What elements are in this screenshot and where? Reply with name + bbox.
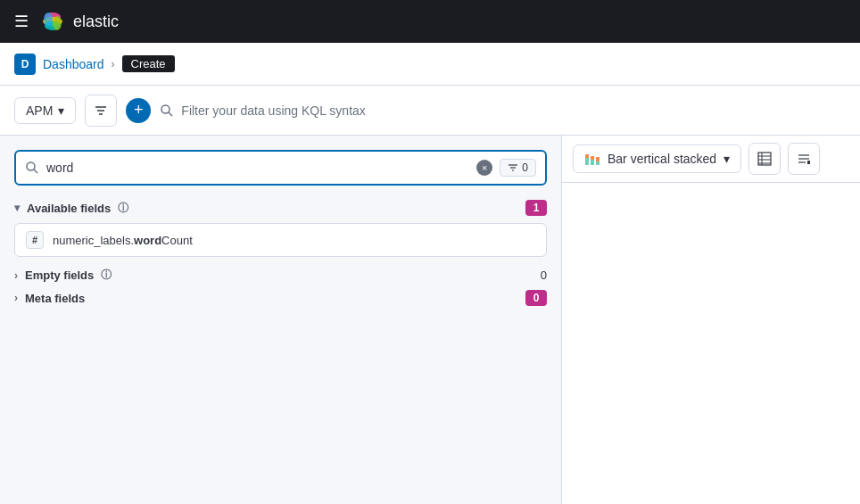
field-search-icon — [25, 161, 39, 175]
meta-fields-chevron: › — [14, 292, 18, 304]
empty-fields-chevron: › — [14, 269, 18, 282]
available-fields-chevron: ▾ — [14, 202, 20, 214]
chart-type-label: Bar vertical stacked — [608, 152, 716, 166]
chart-type-chevron: ▾ — [724, 152, 730, 166]
filter-count-value: 0 — [522, 161, 528, 174]
apm-label: APM — [26, 103, 53, 118]
top-nav: ☰ elastic — [0, 0, 860, 43]
filter-bar: APM ▾ + Filter your data using KQL synta… — [0, 86, 860, 136]
svg-point-4 — [44, 12, 53, 27]
svg-rect-18 — [591, 160, 594, 165]
available-fields-info-icon: ⓘ — [118, 201, 128, 216]
apm-button[interactable]: APM ▾ — [14, 97, 76, 124]
available-fields-header[interactable]: ▾ Available fields ⓘ 1 — [14, 200, 547, 216]
breadcrumb-create: Create — [122, 55, 175, 72]
svg-rect-19 — [591, 156, 594, 160]
chart-toolbar: Bar vertical stacked ▾ — [562, 136, 860, 183]
chart-list-icon — [797, 152, 811, 166]
meta-fields-label: Meta fields — [25, 292, 85, 305]
svg-point-9 — [161, 105, 170, 113]
breadcrumb-dashboard[interactable]: Dashboard — [43, 57, 104, 71]
field-type-badge: # — [26, 231, 44, 249]
hamburger-icon[interactable]: ☰ — [14, 12, 29, 31]
svg-point-11 — [27, 162, 35, 170]
svg-rect-21 — [596, 157, 600, 161]
chart-table-button[interactable] — [748, 143, 781, 175]
chart-table-icon — [757, 152, 772, 166]
empty-fields-count: 0 — [541, 269, 547, 282]
svg-rect-17 — [585, 154, 589, 158]
field-search-box[interactable]: word × 0 — [14, 150, 547, 186]
available-fields-header-left: ▾ Available fields ⓘ — [14, 201, 128, 216]
kql-search-bar: Filter your data using KQL syntax — [160, 103, 846, 118]
breadcrumb-avatar: D — [14, 54, 36, 75]
bar-chart-stacked-icon — [584, 151, 600, 167]
filter-icon — [94, 103, 108, 118]
meta-fields-header-left: › Meta fields — [14, 292, 85, 305]
plus-icon: + — [134, 101, 144, 120]
empty-fields-info-icon: ⓘ — [101, 268, 112, 283]
filter-count-badge[interactable]: 0 — [500, 159, 536, 177]
field-row[interactable]: # numeric_labels.wordCount — [14, 223, 547, 257]
available-fields-list: # numeric_labels.wordCount — [14, 223, 547, 257]
field-search-input[interactable]: word — [46, 161, 469, 175]
empty-fields-header[interactable]: › Empty fields ⓘ 0 — [14, 268, 547, 283]
apm-chevron-icon: ▾ — [58, 103, 64, 118]
chart-list-button[interactable] — [788, 143, 820, 175]
filter-fields-button[interactable] — [85, 95, 117, 127]
elastic-logo: elastic — [39, 8, 119, 35]
chart-type-button[interactable]: Bar vertical stacked ▾ — [573, 145, 741, 173]
kql-search-icon — [160, 103, 174, 118]
available-fields-count: 1 — [525, 200, 547, 216]
kql-placeholder: Filter your data using KQL syntax — [181, 103, 365, 118]
svg-line-10 — [169, 112, 172, 116]
breadcrumb-separator: › — [112, 58, 115, 70]
elastic-logo-text: elastic — [73, 12, 119, 31]
right-panel: Bar vertical stacked ▾ — [562, 136, 860, 504]
svg-rect-16 — [585, 158, 589, 165]
svg-rect-30 — [807, 161, 810, 164]
clear-icon: × — [482, 162, 487, 173]
svg-rect-20 — [596, 161, 600, 165]
filter-settings-icon — [508, 162, 518, 173]
svg-point-5 — [53, 16, 62, 30]
elastic-logo-icon — [39, 8, 66, 35]
search-clear-button[interactable]: × — [476, 160, 492, 176]
left-panel: word × 0 ▾ Available fields ⓘ 1 — [0, 136, 562, 504]
meta-fields-header[interactable]: › Meta fields 0 — [14, 290, 547, 306]
field-name: numeric_labels.wordCount — [53, 234, 193, 247]
empty-fields-label: Empty fields — [25, 269, 94, 282]
available-fields-label: Available fields — [27, 202, 111, 215]
meta-fields-count: 0 — [525, 290, 547, 306]
add-filter-button[interactable]: + — [126, 98, 151, 123]
svg-line-12 — [34, 169, 37, 173]
empty-fields-header-left: › Empty fields ⓘ — [14, 268, 112, 283]
breadcrumb-bar: D Dashboard › Create — [0, 43, 860, 86]
main-content: word × 0 ▾ Available fields ⓘ 1 — [0, 136, 860, 504]
